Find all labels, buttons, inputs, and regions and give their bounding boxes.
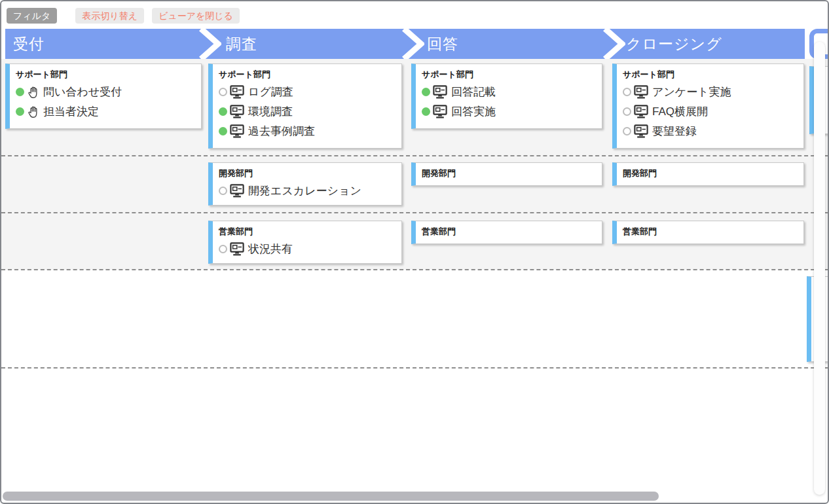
task-row[interactable]: ログ調査 bbox=[219, 82, 397, 101]
task-row[interactable]: 過去事例調査 bbox=[219, 121, 397, 141]
hand-icon bbox=[27, 105, 39, 118]
task-card-dev-answer: 開発部門 bbox=[411, 162, 602, 186]
task-label: 担当者決定 bbox=[43, 104, 99, 119]
department-label: サポート部門 bbox=[623, 69, 800, 81]
filter-button[interactable]: フィルタ bbox=[7, 8, 57, 24]
status-pending-icon bbox=[219, 88, 227, 96]
status-done-icon bbox=[422, 88, 430, 96]
department-label: 開発部門 bbox=[623, 168, 800, 179]
task-label: 状況共有 bbox=[248, 242, 293, 257]
status-done-icon bbox=[219, 127, 227, 135]
workflow-viewer-window: フィルタ 表示切り替え ビューアを閉じる 受付 調査 回答 クロージング サポー… bbox=[0, 0, 829, 504]
close-viewer-button[interactable]: ビューアを閉じる bbox=[152, 8, 240, 24]
chevron-right-icon bbox=[198, 29, 221, 59]
task-label: 過去事例調査 bbox=[248, 124, 315, 139]
chevron-right-icon bbox=[602, 29, 625, 59]
monitor-icon bbox=[634, 85, 648, 99]
task-label: 問い合わせ受付 bbox=[43, 84, 122, 99]
task-label: ログ調査 bbox=[248, 84, 293, 99]
task-row[interactable]: 要望登録 bbox=[623, 121, 800, 141]
status-pending-icon bbox=[623, 127, 631, 135]
toggle-view-button[interactable]: 表示切り替え bbox=[75, 8, 144, 24]
task-label: アンケート実施 bbox=[652, 84, 731, 99]
task-card-dev-investigation: 開発部門 開発エスカレーション bbox=[208, 162, 402, 206]
task-card-sales-investigation: 営業部門 状況共有 bbox=[208, 221, 402, 264]
phase-label-investigation: 調査 bbox=[226, 34, 257, 54]
task-label: 回答実施 bbox=[451, 104, 496, 119]
task-label: 開発エスカレーション bbox=[248, 183, 361, 198]
status-done-icon bbox=[16, 88, 24, 96]
status-pending-icon bbox=[219, 245, 227, 253]
toolbar: フィルタ 表示切り替え ビューアを閉じる bbox=[7, 8, 248, 24]
phase-label-closing: クロージング bbox=[626, 34, 722, 54]
phase-label-answer: 回答 bbox=[427, 34, 458, 54]
horizontal-scrollbar-thumb[interactable] bbox=[3, 492, 659, 501]
monitor-icon bbox=[230, 85, 244, 99]
task-card-sales-answer: 営業部門 bbox=[411, 221, 602, 244]
lane-separator bbox=[1, 212, 828, 213]
lane-separator bbox=[1, 367, 828, 369]
status-done-icon bbox=[16, 107, 24, 116]
department-label: 開発部門 bbox=[219, 168, 397, 179]
status-pending-icon bbox=[219, 187, 227, 195]
status-pending-icon bbox=[623, 107, 631, 116]
department-label: サポート部門 bbox=[16, 69, 197, 81]
status-done-icon bbox=[422, 107, 430, 116]
monitor-icon bbox=[634, 105, 648, 118]
phase-label-reception: 受付 bbox=[13, 34, 45, 54]
vertical-scrollbar-thumb[interactable] bbox=[814, 42, 825, 495]
task-row[interactable]: アンケート実施 bbox=[623, 82, 800, 101]
task-row[interactable]: 開発エスカレーション bbox=[219, 181, 397, 200]
status-done-icon bbox=[219, 107, 227, 116]
monitor-icon bbox=[433, 105, 447, 118]
task-label: 回答記載 bbox=[451, 84, 496, 99]
task-row[interactable]: 回答実施 bbox=[422, 101, 598, 121]
hand-icon bbox=[27, 85, 39, 99]
task-row[interactable]: 問い合わせ受付 bbox=[16, 82, 197, 101]
phase-header-band: 受付 調査 回答 クロージング bbox=[5, 29, 805, 59]
monitor-icon bbox=[230, 124, 244, 138]
monitor-icon bbox=[230, 105, 244, 118]
monitor-icon bbox=[230, 184, 244, 198]
lane-separator bbox=[1, 155, 828, 156]
task-row[interactable]: FAQ横展開 bbox=[623, 101, 800, 121]
lane-separator bbox=[1, 269, 828, 270]
task-row[interactable]: 担当者決定 bbox=[16, 101, 197, 121]
department-label: 営業部門 bbox=[422, 226, 598, 238]
monitor-icon bbox=[433, 85, 447, 99]
monitor-icon bbox=[634, 124, 648, 138]
department-label: 営業部門 bbox=[219, 226, 397, 238]
task-card-support-closing: サポート部門 アンケート実施 FAQ横展開 要望登録 bbox=[612, 63, 804, 149]
department-label: 営業部門 bbox=[623, 226, 800, 238]
task-label: FAQ横展開 bbox=[652, 104, 708, 119]
task-card-sales-closing: 営業部門 bbox=[612, 221, 804, 244]
task-row[interactable]: 環境調査 bbox=[219, 101, 397, 121]
task-label: 要望登録 bbox=[652, 124, 697, 139]
department-label: サポート部門 bbox=[422, 69, 598, 81]
chevron-right-icon bbox=[401, 29, 424, 59]
task-row[interactable]: 回答記載 bbox=[422, 82, 598, 101]
task-card-support-investigation: サポート部門 ログ調査 環境調査 過去事例調査 bbox=[208, 63, 402, 149]
department-label: サポート部門 bbox=[219, 69, 397, 81]
task-label: 環境調査 bbox=[248, 104, 293, 119]
task-row[interactable]: 状況共有 bbox=[219, 239, 397, 259]
status-pending-icon bbox=[623, 88, 631, 96]
monitor-icon bbox=[230, 242, 244, 256]
task-card-dev-closing: 開発部門 bbox=[612, 162, 804, 186]
task-card-support-reception: サポート部門 問い合わせ受付 担当者決定 bbox=[5, 63, 202, 129]
department-label: 開発部門 bbox=[422, 168, 598, 179]
task-card-support-answer: サポート部門 回答記載 回答実施 bbox=[411, 63, 602, 129]
